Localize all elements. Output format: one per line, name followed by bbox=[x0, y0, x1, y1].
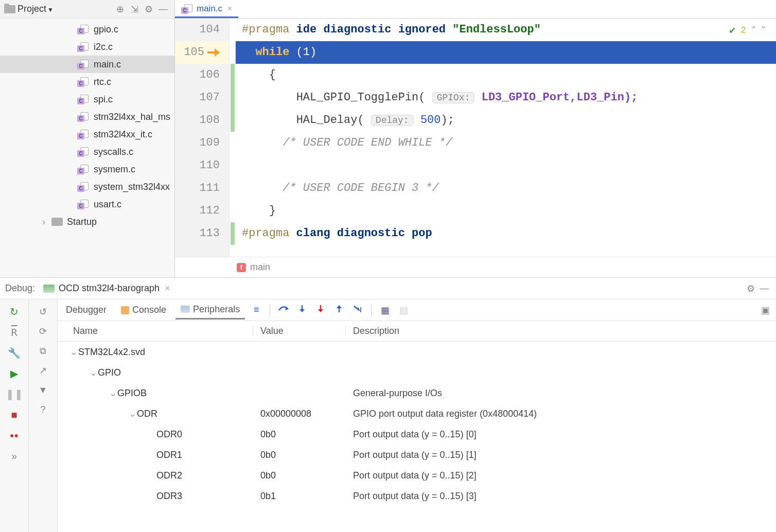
minimize-icon[interactable]: — bbox=[156, 2, 170, 16]
col-name[interactable]: Name bbox=[58, 326, 253, 336]
peripheral-row[interactable]: ⌄ STM32L4x2.svd bbox=[58, 342, 776, 362]
code-line[interactable]: #pragma clang diagnostic pop bbox=[236, 222, 776, 245]
settings-icon[interactable]: ⚙ bbox=[744, 283, 757, 294]
code-line[interactable]: HAL_Delay( Delay: 500); bbox=[236, 109, 776, 132]
sync-button[interactable]: ⟳ bbox=[36, 324, 50, 339]
chevron-up-icon[interactable]: ˄ bbox=[751, 25, 756, 36]
c-file-icon bbox=[77, 182, 89, 191]
code-line[interactable]: { bbox=[236, 64, 776, 86]
expand-icon[interactable]: ⇲ bbox=[127, 2, 142, 16]
periph-value: 0b1 bbox=[253, 491, 346, 502]
file-item[interactable]: stm32l4xx_hal_ms bbox=[0, 108, 174, 126]
export-button[interactable]: ↗ bbox=[36, 363, 50, 378]
peripheral-row[interactable]: ⌄ GPIO bbox=[58, 362, 776, 383]
file-item[interactable]: system_stm32l4xx bbox=[0, 178, 174, 196]
peripheral-row[interactable]: ⌄ ODR0x00000008GPIO port output data reg… bbox=[58, 403, 776, 424]
gutter-line[interactable]: 105 bbox=[175, 41, 229, 64]
more-button[interactable]: » bbox=[7, 449, 22, 463]
code-line[interactable]: while (1) bbox=[236, 41, 776, 64]
resume-button[interactable]: ▶ bbox=[7, 366, 22, 381]
file-label: i2c.c bbox=[94, 42, 113, 52]
file-item[interactable]: stm32l4xx_it.c bbox=[0, 126, 174, 143]
gutter-line[interactable]: 109 bbox=[175, 132, 229, 154]
code-line[interactable]: #pragma ide diagnostic ignored "EndlessL… bbox=[236, 19, 776, 41]
col-value[interactable]: Value bbox=[253, 326, 346, 336]
peripheral-row[interactable]: ODR10b0Port output data (y = 0..15) [1] bbox=[58, 445, 776, 465]
file-item[interactable]: spi.c bbox=[0, 91, 174, 108]
file-item[interactable]: rtc.c bbox=[0, 73, 174, 91]
periph-value: 0b0 bbox=[253, 450, 346, 460]
trace-button[interactable]: ▤ bbox=[396, 305, 411, 316]
modification-strip bbox=[230, 19, 236, 257]
gutter-line[interactable]: 111 bbox=[175, 177, 229, 200]
file-item[interactable]: main.c bbox=[0, 56, 174, 73]
close-session-icon[interactable]: × bbox=[165, 283, 170, 294]
settings-icon[interactable]: ⚙ bbox=[142, 2, 156, 16]
code-line[interactable]: HAL_GPIO_TogglePin( GPIOx: LD3_GPIO_Port… bbox=[236, 86, 776, 109]
wrench-icon[interactable]: 🔧 bbox=[7, 346, 22, 360]
c-file-icon bbox=[77, 200, 89, 209]
file-label: sysmem.c bbox=[94, 164, 135, 175]
help-button[interactable]: ? bbox=[36, 402, 50, 417]
tab-console[interactable]: Console bbox=[116, 302, 171, 318]
peripheral-tree[interactable]: ⌄ STM32L4x2.svd⌄ GPIO⌄ GPIOBGeneral-purp… bbox=[58, 342, 776, 532]
gutter-line[interactable]: 113 bbox=[175, 222, 229, 245]
close-tab-icon[interactable]: × bbox=[227, 4, 232, 13]
file-item[interactable]: sysmem.c bbox=[0, 161, 174, 178]
force-step-into-button[interactable] bbox=[313, 304, 328, 316]
folder-item[interactable]: ›Startup bbox=[0, 213, 174, 230]
gutter-line[interactable]: 110 bbox=[175, 154, 229, 177]
gutter-line[interactable]: 104 bbox=[175, 19, 229, 41]
pause-button[interactable]: ❚❚ bbox=[7, 387, 22, 401]
run-to-cursor-button[interactable] bbox=[350, 304, 365, 316]
file-item[interactable]: usart.c bbox=[0, 196, 174, 213]
peripheral-row[interactable]: ⌄ GPIOBGeneral-purpose I/Os bbox=[58, 383, 776, 403]
code-line[interactable]: /* USER CODE END WHILE */ bbox=[236, 132, 776, 154]
filter-button[interactable]: ▼ bbox=[36, 383, 50, 397]
editor-tab-main-c[interactable]: main.c × bbox=[175, 1, 238, 18]
stop-button[interactable]: ■ bbox=[7, 407, 22, 422]
minimize-icon[interactable]: — bbox=[757, 283, 771, 294]
c-file-icon bbox=[77, 25, 89, 34]
code-area[interactable]: ✔ 2 ˄ ˅ #pragma ide diagnostic ignored "… bbox=[236, 19, 776, 257]
file-item[interactable]: syscalls.c bbox=[0, 143, 174, 161]
project-dropdown[interactable]: Project▼ bbox=[17, 4, 54, 14]
editor-body[interactable]: 104105106107108109110111112113 ✔ 2 ˄ ˅ #… bbox=[175, 19, 776, 257]
reset-button[interactable]: R bbox=[7, 325, 22, 340]
locate-icon[interactable]: ⊕ bbox=[113, 2, 127, 16]
peripheral-row[interactable]: ODR20b0Port output data (y = 0..15) [2] bbox=[58, 465, 776, 486]
layout-button[interactable]: ▣ bbox=[758, 305, 773, 316]
peripheral-row[interactable]: ODR00b0Port output data (y = 0..15) [0] bbox=[58, 424, 776, 445]
file-label: system_stm32l4xx bbox=[94, 182, 170, 192]
gutter-line[interactable]: 112 bbox=[175, 200, 229, 222]
file-label: gpio.c bbox=[94, 24, 118, 35]
tab-peripherals[interactable]: Peripherals bbox=[175, 301, 245, 320]
peripheral-row[interactable]: ODR30b1Port output data (y = 0..15) [3] bbox=[58, 486, 776, 506]
file-label: main.c bbox=[94, 59, 121, 70]
step-over-button[interactable] bbox=[276, 304, 291, 316]
step-out-button[interactable] bbox=[332, 304, 346, 316]
list-button[interactable]: ≡ bbox=[249, 305, 263, 315]
tab-debugger[interactable]: Debugger bbox=[61, 302, 112, 318]
rerun-button[interactable]: ↻ bbox=[7, 305, 22, 319]
gutter-line[interactable]: 106 bbox=[175, 64, 229, 86]
code-line[interactable] bbox=[236, 154, 776, 177]
gutter-line[interactable]: 108 bbox=[175, 109, 229, 132]
gutter-line[interactable]: 107 bbox=[175, 86, 229, 109]
copy-button[interactable]: ⧉ bbox=[36, 344, 50, 358]
file-item[interactable]: gpio.c bbox=[0, 21, 174, 38]
file-tree[interactable]: gpio.ci2c.cmain.crtc.cspi.cstm32l4xx_hal… bbox=[0, 19, 174, 277]
chevron-down-icon[interactable]: ˅ bbox=[761, 25, 766, 36]
evaluate-button[interactable]: ▦ bbox=[378, 305, 392, 316]
code-line[interactable]: } bbox=[236, 200, 776, 222]
step-into-button[interactable] bbox=[295, 304, 309, 316]
c-file-icon bbox=[77, 130, 89, 139]
breadcrumb[interactable]: f main bbox=[175, 257, 776, 277]
breakpoints-button[interactable]: ●● bbox=[7, 428, 22, 442]
editor-gutter[interactable]: 104105106107108109110111112113 bbox=[175, 19, 230, 257]
inspection-widget[interactable]: ✔ 2 ˄ ˅ bbox=[729, 24, 766, 37]
refresh-button[interactable]: ↺ bbox=[36, 305, 50, 319]
file-item[interactable]: i2c.c bbox=[0, 38, 174, 56]
code-line[interactable]: /* USER CODE BEGIN 3 */ bbox=[236, 177, 776, 200]
col-desc[interactable]: Description bbox=[346, 326, 776, 336]
